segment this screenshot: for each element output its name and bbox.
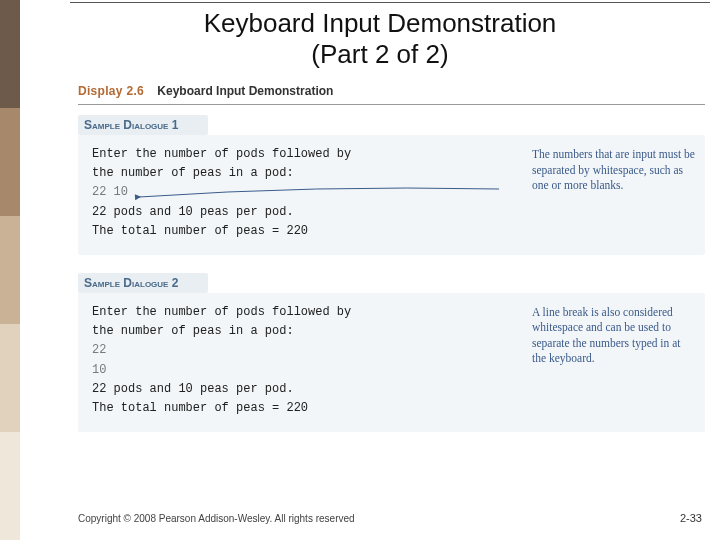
code-line: The total number of peas = 220: [92, 399, 522, 418]
content-area: Display 2.6 Keyboard Input Demonstration…: [78, 84, 705, 490]
sample-label: Sample Dialogue 2: [78, 273, 208, 293]
display-header: Display 2.6 Keyboard Input Demonstration: [78, 84, 705, 98]
code-line: the number of peas in a pod:: [92, 164, 522, 183]
sample-body: Enter the number of pods followed by the…: [78, 293, 705, 432]
title-line-2: (Part 2 of 2): [311, 39, 448, 69]
code-line: the number of peas in a pod:: [92, 322, 522, 341]
footer-page-number: 2-33: [680, 512, 702, 524]
annotation-text: A line break is also considered whitespa…: [522, 303, 697, 418]
sample-label: Sample Dialogue 1: [78, 115, 208, 135]
code-line: 22 pods and 10 peas per pod.: [92, 203, 522, 222]
code-line-user-input: 10: [92, 361, 522, 380]
title-line-1: Keyboard Input Demonstration: [204, 8, 557, 38]
left-decor-bar: [0, 0, 20, 540]
code-line: Enter the number of pods followed by: [92, 303, 522, 322]
sample-body: Enter the number of pods followed by the…: [78, 135, 705, 255]
code-line: The total number of peas = 220: [92, 222, 522, 241]
slide: Keyboard Input Demonstration (Part 2 of …: [0, 0, 720, 540]
code-line: 22 pods and 10 peas per pod.: [92, 380, 522, 399]
header-rule: [78, 104, 705, 105]
sample-dialogue-2: Sample Dialogue 2 Enter the number of po…: [78, 273, 705, 432]
top-rule: [70, 2, 710, 3]
code-line-user-input: 22 10: [92, 183, 522, 202]
code-line-user-input: 22: [92, 341, 522, 360]
sample-dialogue-1: Sample Dialogue 1 Enter the number of po…: [78, 115, 705, 255]
annotation-text: The numbers that are input must be separ…: [522, 145, 697, 241]
code-line: Enter the number of pods followed by: [92, 145, 522, 164]
code-block: Enter the number of pods followed by the…: [92, 303, 522, 418]
code-block: Enter the number of pods followed by the…: [92, 145, 522, 241]
footer-copyright: Copyright © 2008 Pearson Addison-Wesley.…: [78, 513, 355, 524]
display-title: Keyboard Input Demonstration: [157, 84, 333, 98]
display-number: Display 2.6: [78, 84, 144, 98]
page-title: Keyboard Input Demonstration (Part 2 of …: [70, 8, 690, 70]
